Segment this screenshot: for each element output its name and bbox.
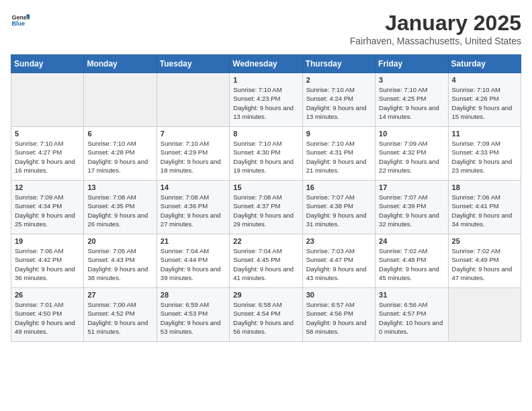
table-row: 22Sunrise: 7:04 AMSunset: 4:45 PMDayligh…: [230, 234, 302, 288]
day-number: 24: [379, 237, 444, 245]
day-number: 1: [233, 76, 298, 84]
day-number: 5: [15, 130, 80, 138]
day-number: 13: [87, 183, 152, 191]
header-monday: Monday: [84, 55, 157, 73]
day-info: Sunrise: 7:08 AMSunset: 4:35 PMDaylight:…: [87, 193, 152, 228]
table-row: 11Sunrise: 7:09 AMSunset: 4:33 PMDayligh…: [448, 127, 521, 181]
day-number: 6: [87, 130, 152, 138]
day-info: Sunrise: 7:00 AMSunset: 4:52 PMDaylight:…: [87, 300, 152, 336]
table-row: 12Sunrise: 7:09 AMSunset: 4:34 PMDayligh…: [11, 181, 84, 234]
table-row: 8Sunrise: 7:10 AMSunset: 4:30 PMDaylight…: [230, 127, 302, 181]
day-info: Sunrise: 7:03 AMSunset: 4:47 PMDaylight:…: [306, 246, 371, 282]
day-info: Sunrise: 7:09 AMSunset: 4:33 PMDaylight:…: [452, 139, 517, 175]
header-thursday: Thursday: [302, 55, 375, 73]
day-number: 15: [233, 183, 298, 191]
day-number: 9: [306, 130, 371, 138]
day-info: Sunrise: 7:08 AMSunset: 4:37 PMDaylight:…: [233, 193, 298, 228]
table-row: [157, 73, 229, 127]
day-info: Sunrise: 6:58 AMSunset: 4:54 PMDaylight:…: [233, 300, 298, 336]
table-row: 14Sunrise: 7:08 AMSunset: 4:36 PMDayligh…: [157, 181, 229, 234]
table-row: 28Sunrise: 6:59 AMSunset: 4:53 PMDayligh…: [157, 288, 229, 342]
table-row: 9Sunrise: 7:10 AMSunset: 4:31 PMDaylight…: [302, 127, 375, 181]
header-sunday: Sunday: [11, 55, 84, 73]
day-info: Sunrise: 7:09 AMSunset: 4:34 PMDaylight:…: [15, 193, 80, 228]
table-row: [11, 73, 84, 127]
day-number: 4: [452, 76, 517, 84]
day-info: Sunrise: 7:04 AMSunset: 4:45 PMDaylight:…: [233, 246, 298, 282]
day-number: 8: [233, 130, 298, 138]
table-row: [84, 73, 157, 127]
day-info: Sunrise: 7:10 AMSunset: 4:31 PMDaylight:…: [306, 139, 371, 175]
day-info: Sunrise: 7:08 AMSunset: 4:36 PMDaylight:…: [161, 193, 226, 228]
day-number: 14: [161, 183, 226, 191]
table-row: 6Sunrise: 7:10 AMSunset: 4:28 PMDaylight…: [84, 127, 157, 181]
day-info: Sunrise: 7:10 AMSunset: 4:26 PMDaylight:…: [452, 85, 517, 121]
table-row: 1Sunrise: 7:10 AMSunset: 4:23 PMDaylight…: [230, 73, 302, 127]
day-number: 16: [306, 183, 371, 191]
generalblue-logo-icon: General Blue: [11, 11, 30, 30]
calendar-week-row: 1Sunrise: 7:10 AMSunset: 4:23 PMDaylight…: [11, 73, 521, 127]
logo: General Blue: [11, 11, 30, 30]
table-row: 24Sunrise: 7:02 AMSunset: 4:48 PMDayligh…: [375, 234, 448, 288]
table-row: 4Sunrise: 7:10 AMSunset: 4:26 PMDaylight…: [448, 73, 521, 127]
day-info: Sunrise: 7:06 AMSunset: 4:41 PMDaylight:…: [452, 193, 517, 228]
svg-text:Blue: Blue: [11, 20, 25, 27]
day-number: 29: [233, 291, 298, 299]
header-saturday: Saturday: [448, 55, 521, 73]
table-row: 5Sunrise: 7:10 AMSunset: 4:27 PMDaylight…: [11, 127, 84, 181]
table-row: [448, 288, 521, 342]
table-row: 13Sunrise: 7:08 AMSunset: 4:35 PMDayligh…: [84, 181, 157, 234]
day-number: 12: [15, 183, 80, 191]
table-row: 10Sunrise: 7:09 AMSunset: 4:32 PMDayligh…: [375, 127, 448, 181]
day-info: Sunrise: 7:09 AMSunset: 4:32 PMDaylight:…: [379, 139, 444, 175]
header-tuesday: Tuesday: [157, 55, 229, 73]
table-row: 18Sunrise: 7:06 AMSunset: 4:41 PMDayligh…: [448, 181, 521, 234]
day-info: Sunrise: 6:59 AMSunset: 4:53 PMDaylight:…: [161, 300, 226, 336]
calendar-table: Sunday Monday Tuesday Wednesday Thursday…: [11, 54, 521, 342]
day-number: 11: [452, 130, 517, 138]
day-number: 23: [306, 237, 371, 245]
day-info: Sunrise: 7:10 AMSunset: 4:30 PMDaylight:…: [233, 139, 298, 175]
month-title: January 2025: [350, 11, 521, 36]
day-info: Sunrise: 7:02 AMSunset: 4:49 PMDaylight:…: [452, 246, 517, 282]
table-row: 2Sunrise: 7:10 AMSunset: 4:24 PMDaylight…: [302, 73, 375, 127]
day-number: 3: [379, 76, 444, 84]
day-number: 10: [379, 130, 444, 138]
day-info: Sunrise: 7:05 AMSunset: 4:43 PMDaylight:…: [87, 246, 152, 282]
location-subtitle: Fairhaven, Massachusetts, United States: [350, 36, 521, 46]
calendar-week-row: 26Sunrise: 7:01 AMSunset: 4:50 PMDayligh…: [11, 288, 521, 342]
day-number: 25: [452, 237, 517, 245]
day-number: 18: [452, 183, 517, 191]
day-info: Sunrise: 7:10 AMSunset: 4:27 PMDaylight:…: [15, 139, 80, 175]
day-number: 7: [161, 130, 226, 138]
table-row: 30Sunrise: 6:57 AMSunset: 4:56 PMDayligh…: [302, 288, 375, 342]
day-number: 28: [161, 291, 226, 299]
day-number: 20: [87, 237, 152, 245]
table-row: 21Sunrise: 7:04 AMSunset: 4:44 PMDayligh…: [157, 234, 229, 288]
day-header-row: Sunday Monday Tuesday Wednesday Thursday…: [11, 55, 521, 73]
table-row: 3Sunrise: 7:10 AMSunset: 4:25 PMDaylight…: [375, 73, 448, 127]
day-info: Sunrise: 7:10 AMSunset: 4:25 PMDaylight:…: [379, 85, 444, 121]
table-row: 15Sunrise: 7:08 AMSunset: 4:37 PMDayligh…: [230, 181, 302, 234]
table-row: 26Sunrise: 7:01 AMSunset: 4:50 PMDayligh…: [11, 288, 84, 342]
table-row: 16Sunrise: 7:07 AMSunset: 4:38 PMDayligh…: [302, 181, 375, 234]
table-row: 31Sunrise: 6:56 AMSunset: 4:57 PMDayligh…: [375, 288, 448, 342]
header: General Blue January 2025 Fairhaven, Mas…: [11, 11, 521, 46]
day-info: Sunrise: 7:10 AMSunset: 4:24 PMDaylight:…: [306, 85, 371, 121]
table-row: 20Sunrise: 7:05 AMSunset: 4:43 PMDayligh…: [84, 234, 157, 288]
table-row: 17Sunrise: 7:07 AMSunset: 4:39 PMDayligh…: [375, 181, 448, 234]
day-number: 21: [161, 237, 226, 245]
day-info: Sunrise: 7:07 AMSunset: 4:39 PMDaylight:…: [379, 193, 444, 228]
day-number: 22: [233, 237, 298, 245]
calendar-week-row: 12Sunrise: 7:09 AMSunset: 4:34 PMDayligh…: [11, 181, 521, 234]
table-row: 23Sunrise: 7:03 AMSunset: 4:47 PMDayligh…: [302, 234, 375, 288]
day-number: 30: [306, 291, 371, 299]
day-number: 17: [379, 183, 444, 191]
title-area: January 2025 Fairhaven, Massachusetts, U…: [350, 11, 521, 46]
day-info: Sunrise: 7:06 AMSunset: 4:42 PMDaylight:…: [15, 246, 80, 282]
day-number: 19: [15, 237, 80, 245]
calendar-week-row: 19Sunrise: 7:06 AMSunset: 4:42 PMDayligh…: [11, 234, 521, 288]
table-row: 7Sunrise: 7:10 AMSunset: 4:29 PMDaylight…: [157, 127, 229, 181]
day-info: Sunrise: 7:10 AMSunset: 4:23 PMDaylight:…: [233, 85, 298, 121]
header-friday: Friday: [375, 55, 448, 73]
